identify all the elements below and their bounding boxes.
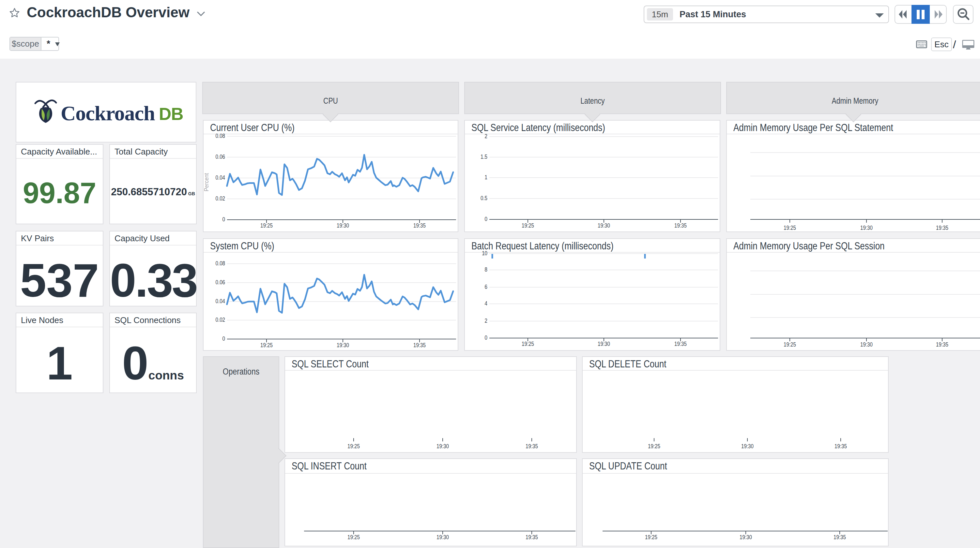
svg-text:19:30: 19:30 [337, 342, 349, 348]
svg-text:0.08: 0.08 [216, 133, 225, 139]
svg-text:0.02: 0.02 [216, 195, 225, 202]
svg-text:19:35: 19:35 [675, 222, 687, 229]
svg-text:10: 10 [482, 250, 487, 257]
svg-text:19:30: 19:30 [337, 222, 349, 229]
svg-text:19:35: 19:35 [936, 225, 948, 231]
svg-text:19:35: 19:35 [834, 534, 846, 540]
svg-text:19:25: 19:25 [645, 534, 657, 540]
svg-text:1: 1 [485, 174, 487, 181]
svg-text:0.08: 0.08 [216, 260, 225, 267]
svg-text:19:25: 19:25 [784, 342, 796, 348]
svg-text:0.06: 0.06 [216, 279, 225, 286]
svg-text:19:35: 19:35 [525, 443, 538, 450]
svg-text:19:25: 19:25 [347, 534, 360, 540]
svg-text:19:30: 19:30 [436, 443, 449, 450]
svg-text:0.5: 0.5 [480, 195, 487, 202]
svg-text:1.5: 1.5 [480, 154, 487, 160]
svg-text:19:30: 19:30 [436, 534, 449, 540]
svg-text:19:25: 19:25 [347, 443, 360, 450]
svg-text:19:25: 19:25 [522, 341, 534, 347]
svg-text:6: 6 [485, 284, 487, 290]
svg-text:0: 0 [223, 335, 225, 342]
svg-text:19:30: 19:30 [860, 225, 873, 231]
svg-text:4: 4 [485, 300, 487, 307]
svg-text:19:35: 19:35 [675, 341, 687, 347]
svg-text:19:25: 19:25 [648, 443, 660, 450]
svg-text:19:30: 19:30 [598, 341, 610, 347]
svg-text:19:35: 19:35 [413, 222, 426, 229]
svg-text:19:25: 19:25 [522, 222, 534, 229]
svg-text:0.04: 0.04 [216, 175, 225, 181]
svg-text:19:35: 19:35 [525, 534, 538, 540]
svg-text:19:35: 19:35 [936, 342, 948, 348]
svg-text:2: 2 [485, 133, 487, 140]
svg-text:19:30: 19:30 [598, 222, 610, 229]
svg-text:19:35: 19:35 [835, 443, 847, 450]
svg-text:19:25: 19:25 [260, 222, 273, 229]
svg-text:Percent: Percent [204, 173, 210, 191]
svg-text:0: 0 [485, 216, 487, 222]
svg-text:19:25: 19:25 [260, 342, 273, 348]
svg-text:19:30: 19:30 [740, 534, 752, 540]
svg-text:0: 0 [485, 335, 487, 341]
svg-text:19:30: 19:30 [860, 342, 873, 348]
svg-text:0: 0 [223, 216, 225, 222]
svg-text:0.04: 0.04 [216, 298, 225, 305]
svg-text:2: 2 [485, 318, 487, 324]
svg-text:19:35: 19:35 [413, 342, 426, 348]
svg-text:19:30: 19:30 [741, 443, 754, 450]
svg-text:19:25: 19:25 [784, 225, 796, 231]
svg-text:8: 8 [485, 266, 487, 273]
svg-text:0.06: 0.06 [216, 154, 225, 160]
svg-text:0.02: 0.02 [216, 316, 225, 323]
